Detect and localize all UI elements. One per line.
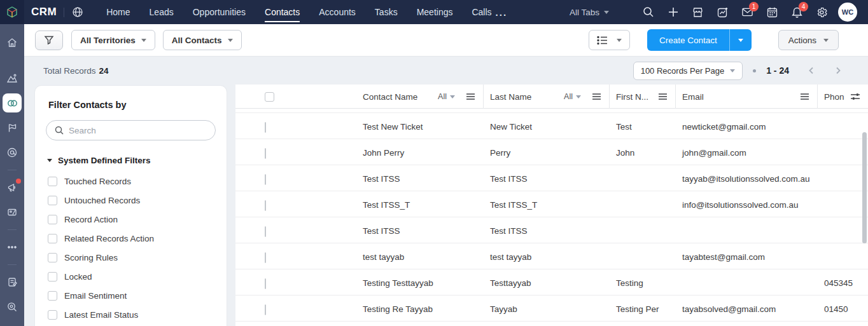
contacts-module-icon[interactable] [3, 93, 22, 112]
row-checkbox[interactable] [265, 148, 266, 159]
tickets-icon[interactable] [3, 203, 22, 222]
cell-contact-name[interactable]: Testing Re Tayyab [280, 295, 484, 321]
user-avatar[interactable]: WC [838, 3, 857, 22]
checkbox[interactable] [48, 196, 57, 205]
nav-tab[interactable]: Opportunities [193, 0, 246, 24]
column-header-first-name[interactable]: First N... [616, 92, 648, 102]
column-menu-icon[interactable] [658, 93, 668, 100]
zia-search-icon[interactable] [3, 297, 22, 316]
checkbox[interactable] [48, 310, 57, 320]
all-tabs-dropdown[interactable]: All Tabs [570, 8, 609, 17]
table-row[interactable]: Test ITSS_T Test ITSS_T info@itsolutions… [235, 191, 868, 217]
checkbox[interactable] [48, 253, 57, 262]
filter-checkbox-item[interactable]: Related Records Action [46, 229, 216, 248]
filter-search-box[interactable] [46, 120, 216, 140]
column-header-contact-name[interactable]: Contact Name [363, 92, 417, 102]
column-menu-icon[interactable] [800, 93, 809, 100]
nav-tab[interactable]: Leads [150, 0, 174, 24]
cell-contact-name[interactable]: test tayyab [280, 243, 484, 269]
table-row[interactable]: Test New Ticket New Ticket Test newticke… [235, 113, 868, 139]
select-all-checkbox[interactable] [265, 92, 274, 102]
system-defined-filters-header[interactable]: System Defined Filters [47, 156, 216, 165]
cell-contact-name[interactable]: Testing Testtayyab [280, 269, 484, 295]
globe-icon[interactable] [71, 6, 83, 18]
column-header-email[interactable]: Email [682, 92, 704, 102]
territories-dropdown[interactable]: All Territories [71, 30, 155, 50]
next-page-button[interactable] [834, 66, 843, 75]
quick-create-icon[interactable] [667, 6, 679, 18]
filter-funnel-button[interactable] [35, 31, 63, 50]
table-row[interactable]: Testing Testtayyab Testtayyab Testing 04… [235, 269, 868, 295]
last-name-filter-dropdown[interactable]: All [564, 92, 581, 101]
row-checkbox[interactable] [265, 122, 266, 133]
table-row[interactable]: Test ITSS Test ITSS [235, 217, 868, 243]
row-checkbox[interactable] [265, 226, 266, 237]
checkbox[interactable] [48, 234, 57, 243]
more-dots-icon[interactable] [3, 238, 22, 257]
nav-tab[interactable]: Home [106, 0, 130, 24]
requests-icon[interactable] [3, 273, 22, 292]
create-contact-menu-button[interactable] [730, 29, 752, 51]
column-menu-icon[interactable] [592, 93, 601, 100]
signals-icon[interactable] [717, 6, 729, 18]
filter-checkbox-item[interactable]: Email Sentiment [46, 286, 216, 305]
filter-checkbox-item[interactable]: Record Action [46, 210, 216, 229]
journeys-icon[interactable] [3, 118, 22, 137]
filter-checkbox-item[interactable]: Locked [46, 267, 216, 286]
table-row[interactable]: Testing Re Tayyab Tayyab Testing Per tay… [235, 295, 868, 322]
table-row[interactable]: test tayyab test tayyab tayabtest@gmail.… [235, 243, 868, 269]
records-per-page-dropdown[interactable]: 100 Records Per Page [633, 62, 743, 80]
column-menu-icon[interactable] [466, 93, 475, 100]
settings-gear-icon[interactable] [816, 6, 828, 18]
cell-contact-name[interactable]: Test ITSS_T [280, 191, 484, 217]
nav-tab[interactable]: Meetings [417, 0, 453, 24]
nav-tab[interactable]: Tasks [375, 0, 398, 24]
cell-contact-name[interactable]: Test ITSS [280, 217, 484, 243]
filter-checkbox-item[interactable]: Untouched Records [46, 191, 216, 210]
app-logo[interactable] [0, 0, 24, 24]
actions-dropdown[interactable]: Actions [778, 30, 839, 50]
column-header-phone[interactable]: Phon [824, 92, 844, 102]
toolbar-right: Create Contact Actions [589, 29, 868, 51]
marketplace-icon[interactable] [692, 6, 704, 18]
row-checkbox[interactable] [265, 304, 266, 315]
checkbox[interactable] [48, 272, 57, 282]
cell-contact-name[interactable]: Test New Ticket [280, 113, 484, 139]
nav-tab[interactable]: Accounts [319, 0, 356, 24]
checkbox[interactable] [48, 215, 57, 224]
cell-contact-name[interactable]: John Perry [280, 139, 484, 165]
social-icon[interactable] [3, 143, 22, 162]
organize-columns-icon[interactable] [850, 92, 860, 101]
search-icon[interactable] [642, 6, 654, 18]
table-row[interactable]: Test ITSS Test ITSS tayyab@itsolutionsso… [235, 165, 868, 191]
create-contact-button[interactable]: Create Contact [647, 29, 730, 51]
contact-name-filter-dropdown[interactable]: All [438, 92, 455, 101]
cell-contact-name[interactable]: Test ITSS [280, 165, 484, 191]
campaigns-icon[interactable] [3, 178, 22, 197]
calendar-icon[interactable] [766, 6, 778, 18]
view-filter-dropdown[interactable]: All Contacts [163, 30, 242, 50]
filter-checkbox-item[interactable]: Scoring Rules [46, 248, 216, 267]
filter-search-input[interactable] [69, 126, 207, 135]
checkbox[interactable] [48, 177, 57, 186]
vertical-scrollbar[interactable] [862, 132, 867, 243]
list-view-selector[interactable] [589, 30, 630, 50]
cell-last-name: Perry [484, 139, 610, 165]
checkbox[interactable] [48, 291, 57, 301]
home-icon[interactable] [3, 33, 22, 52]
row-checkbox[interactable] [265, 174, 266, 185]
column-header-last-name[interactable]: Last Name [490, 92, 531, 102]
notifications-bell-icon[interactable]: 4 [791, 6, 803, 18]
previous-page-button[interactable] [807, 66, 816, 75]
mail-icon[interactable]: 1 [741, 6, 753, 18]
more-tabs-icon[interactable]: ... [496, 7, 508, 18]
table-row[interactable]: John Perry Perry John john@gmail.com [235, 139, 868, 165]
nav-tab[interactable]: Contacts [265, 0, 300, 24]
filter-checkbox-item[interactable]: Latest Email Status [46, 305, 216, 324]
nav-tab[interactable]: Calls [472, 0, 491, 24]
row-checkbox[interactable] [265, 252, 266, 263]
analytics-icon[interactable] [3, 69, 22, 88]
row-checkbox[interactable] [265, 278, 266, 289]
row-checkbox[interactable] [265, 200, 266, 211]
filter-checkbox-item[interactable]: Touched Records [46, 172, 216, 191]
